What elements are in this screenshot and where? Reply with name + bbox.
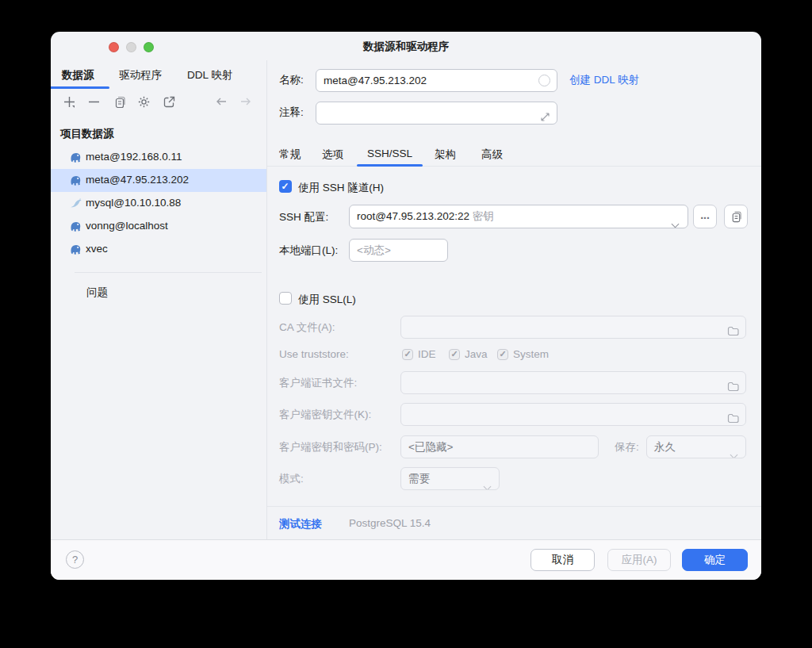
duplicate-icon[interactable] [113, 95, 126, 109]
tab-options[interactable]: 选项 [322, 148, 343, 162]
driver-info: PostgreSQL 15.4 [349, 517, 431, 529]
client-key-label: 客户端密钥文件(K): [279, 408, 371, 422]
chevron-down-icon [731, 443, 737, 458]
folder-icon[interactable] [727, 322, 739, 339]
more-dots: ... [700, 209, 710, 221]
active-form-tab-indicator [357, 164, 423, 167]
tab-general[interactable]: 常规 [279, 148, 301, 162]
project-data-sources-header: 项目数据源 [60, 127, 114, 141]
mode-value: 需要 [408, 473, 430, 485]
comment-input[interactable] [316, 102, 557, 125]
ssh-config-more-button[interactable]: ... [693, 205, 717, 228]
client-key-input [400, 403, 746, 426]
client-key-password-input: <已隐藏> [400, 435, 599, 458]
truststore-system-checkbox [497, 349, 508, 360]
cancel-button[interactable]: 取消 [530, 549, 595, 571]
list-item-label: mysql@10.10.10.88 [86, 197, 181, 209]
name-value: meta@47.95.213.202 [324, 75, 427, 86]
list-item-label: xvec [86, 243, 108, 255]
sidebar: 数据源 驱动程序 DDL 映射 项目数据源 [51, 60, 266, 539]
gear-icon[interactable] [137, 95, 151, 109]
ssh-config-badge: 密钥 [473, 210, 494, 222]
back-arrow-icon[interactable] [215, 96, 228, 107]
client-key-password-value: <已隐藏> [408, 441, 453, 453]
ssh-config-value: root@47.95.213.202:22 [357, 210, 469, 222]
list-item-selected[interactable]: meta@47.95.213.202 [51, 169, 266, 192]
ca-file-label: CA 文件(A): [279, 320, 335, 335]
local-port-label: 本地端口(L): [279, 243, 338, 258]
folder-icon[interactable] [727, 409, 739, 426]
expand-icon[interactable] [540, 108, 550, 118]
name-label: 名称: [279, 73, 304, 87]
chevron-down-icon [485, 475, 490, 490]
mode-label: 模式: [279, 472, 304, 486]
list-divider [75, 272, 262, 273]
use-ssl-label: 使用 SSL(L) [298, 293, 356, 307]
save-label: 保存: [615, 440, 639, 454]
use-ssh-tunnel-label: 使用 SSH 隧道(H) [298, 181, 384, 195]
use-ssl-checkbox[interactable] [279, 292, 292, 305]
mode-select: 需要 [400, 467, 500, 490]
footer: ? 取消 应用(A) 确定 [51, 539, 761, 580]
client-cert-input [400, 371, 746, 394]
list-item-label: meta@192.168.0.11 [86, 151, 182, 163]
truststore-system-label: System [513, 348, 549, 360]
data-sources-dialog: 数据源和驱动程序 数据源 驱动程序 DDL 映射 项目数据源 [51, 32, 761, 580]
name-input[interactable]: meta@47.95.213.202 [316, 69, 557, 92]
tabs-divider [267, 166, 761, 167]
client-cert-label: 客户端证书文件: [279, 376, 357, 390]
chevron-down-icon [672, 213, 678, 228]
refresh-ring-icon [538, 75, 550, 86]
save-value: 永久 [654, 441, 676, 453]
truststore-java-label: Java [465, 348, 488, 360]
help-button[interactable]: ? [66, 550, 84, 569]
local-port-input[interactable]: <动态> [349, 239, 448, 262]
main-panel: 名称: meta@47.95.213.202 创建 DDL 映射 注释: 常规 … [267, 60, 761, 539]
ok-button[interactable]: 确定 [682, 549, 748, 571]
postgresql-icon [69, 174, 82, 187]
local-port-placeholder: <动态> [357, 244, 391, 256]
copy-icon [730, 210, 742, 223]
list-item-label: vonng@localhost [86, 220, 168, 232]
tab-ddl-mappings[interactable]: DDL 映射 [187, 68, 232, 84]
postgresql-icon [69, 243, 82, 256]
truststore-ide-checkbox [402, 349, 413, 360]
client-key-password-label: 客户端密钥和密码(P): [279, 440, 382, 454]
ssh-config-label: SSH 配置: [279, 210, 328, 224]
dialog-title: 数据源和驱动程序 [51, 32, 761, 60]
save-select: 永久 [646, 435, 746, 458]
copy-ssh-config-button[interactable] [724, 205, 748, 228]
forward-arrow-icon[interactable] [239, 96, 252, 107]
tab-drivers[interactable]: 驱动程序 [119, 68, 162, 84]
list-item[interactable]: meta@192.168.0.11 [51, 146, 266, 169]
ssh-config-select[interactable]: root@47.95.213.202:22 密钥 [349, 205, 688, 228]
bottom-section-divider [267, 506, 761, 507]
folder-icon[interactable] [727, 378, 739, 394]
truststore-java-checkbox [449, 349, 460, 360]
use-ssh-tunnel-checkbox[interactable] [279, 180, 292, 193]
remove-icon[interactable] [87, 95, 101, 109]
add-icon[interactable] [63, 95, 76, 109]
tab-schemas[interactable]: 架构 [435, 148, 456, 162]
titlebar: 数据源和驱动程序 [51, 32, 761, 60]
help-icon: ? [72, 554, 78, 566]
truststore-label: Use truststore: [279, 348, 349, 360]
apply-button[interactable]: 应用(A) [607, 549, 671, 571]
mysql-icon [69, 197, 82, 210]
list-item-label: meta@47.95.213.202 [86, 174, 189, 186]
list-item[interactable]: xvec [51, 238, 266, 261]
postgresql-icon [69, 151, 82, 164]
tab-data-sources[interactable]: 数据源 [62, 68, 94, 84]
test-connection-link[interactable]: 测试连接 [279, 517, 322, 531]
tab-advanced[interactable]: 高级 [481, 148, 503, 162]
problems-item[interactable]: 问题 [86, 286, 108, 300]
active-tab-indicator [51, 86, 109, 89]
list-item[interactable]: vonng@localhost [51, 215, 266, 238]
open-external-icon[interactable] [163, 95, 176, 109]
postgresql-icon [69, 220, 82, 233]
create-ddl-mapping-link[interactable]: 创建 DDL 映射 [569, 73, 639, 87]
list-item[interactable]: mysql@10.10.10.88 [51, 192, 266, 215]
comment-label: 注释: [279, 105, 304, 120]
tab-ssh-ssl[interactable]: SSH/SSL [367, 148, 412, 159]
ca-file-input [400, 316, 746, 339]
